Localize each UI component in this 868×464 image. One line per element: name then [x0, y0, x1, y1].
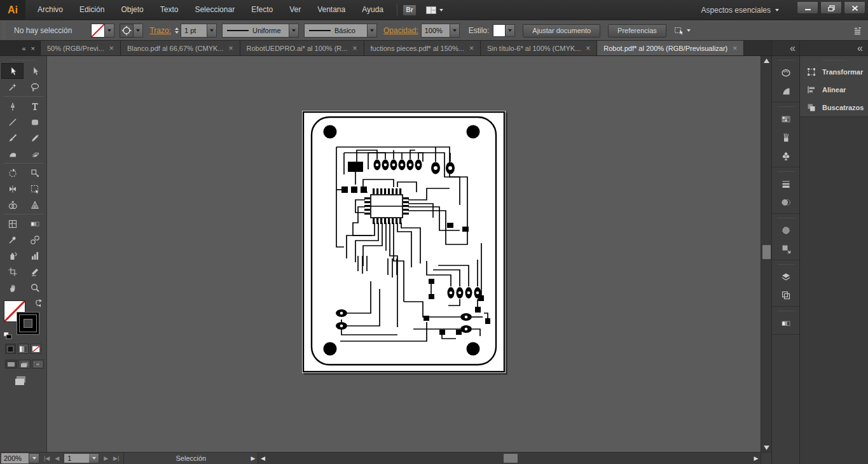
artboard-dropdown-button[interactable]: [89, 453, 99, 463]
style-dropdown[interactable]: [506, 24, 515, 37]
document-tab-1[interactable]: 50% (RGB/Previ...×: [41, 41, 121, 55]
menu-ver[interactable]: Ver: [281, 0, 309, 20]
dock-group-grip[interactable]: [778, 57, 794, 62]
symbols-panel-button[interactable]: [772, 146, 800, 165]
dock-group-grip[interactable]: [778, 308, 794, 313]
eraser-tool[interactable]: [24, 146, 46, 162]
stroke-target-swatch[interactable]: [120, 24, 134, 38]
slice-tool[interactable]: [24, 264, 46, 279]
fill-color-button[interactable]: [5, 344, 16, 354]
perspective-grid-tool[interactable]: [24, 197, 46, 213]
direct-selection-tool[interactable]: [24, 63, 46, 79]
menu-texto[interactable]: Texto: [152, 0, 187, 20]
draw-inside-button[interactable]: [32, 360, 44, 369]
close-button[interactable]: [844, 2, 865, 14]
width-tool[interactable]: [1, 181, 24, 197]
stroke-color-well[interactable]: [17, 312, 39, 335]
gradient-panel-panel-button[interactable]: [772, 314, 800, 332]
first-artboard-button[interactable]: |◀: [42, 455, 52, 461]
opacity-dropdown[interactable]: [450, 24, 460, 38]
blend-tool[interactable]: [24, 232, 46, 248]
last-artboard-button[interactable]: ▶|: [111, 455, 121, 461]
style-swatch[interactable]: [493, 24, 506, 37]
mesh-tool[interactable]: [1, 216, 24, 232]
transparency-panel-button[interactable]: [772, 193, 800, 211]
opacity-field[interactable]: 100%: [421, 24, 450, 38]
scale-tool[interactable]: [24, 165, 46, 181]
tab-close-icon[interactable]: ×: [109, 44, 114, 53]
rectangle-tool[interactable]: [24, 114, 46, 130]
dock-group-grip[interactable]: [778, 215, 794, 220]
eyedropper-tool[interactable]: [1, 232, 24, 248]
swatches-panel-button[interactable]: [772, 109, 800, 128]
color-panel-button[interactable]: [772, 63, 800, 81]
fit-document-button[interactable]: Ajustar documento: [523, 24, 600, 38]
dock-panel-header[interactable]: «: [800, 41, 868, 55]
fill-swatch[interactable]: [91, 24, 105, 38]
tab-close-icon[interactable]: ×: [229, 44, 233, 53]
horizontal-scroll-track[interactable]: [267, 453, 752, 464]
status-display[interactable]: Selección ▶: [123, 453, 258, 464]
artboard[interactable]: [302, 111, 506, 373]
menu-archivo[interactable]: Archivo: [29, 0, 71, 20]
graphic-styles-panel-button[interactable]: [772, 239, 800, 258]
panel-item-transformar[interactable]: Transformar: [800, 63, 868, 81]
zoom-tool[interactable]: [24, 279, 46, 295]
document-tab-4[interactable]: fuctions pieces.pdf* al 150%...×: [364, 41, 481, 55]
panel-item-buscatrazos[interactable]: Buscatrazos: [800, 99, 868, 116]
artboards-panel-panel-button[interactable]: [772, 286, 800, 304]
status-flyout-icon[interactable]: ▶: [251, 455, 255, 461]
hand-tool[interactable]: [1, 279, 24, 295]
brush-combo[interactable]: Básico: [304, 24, 377, 38]
stroke-width-field[interactable]: 1 pt: [181, 24, 207, 38]
stroke-width-dropdown[interactable]: [207, 24, 217, 38]
prev-artboard-button[interactable]: ◀: [53, 455, 61, 461]
tab-close-icon[interactable]: ×: [733, 44, 737, 53]
column-graph-tool[interactable]: [24, 248, 46, 264]
pen-tool[interactable]: [1, 98, 24, 114]
rotate-tool[interactable]: [1, 165, 24, 181]
next-artboard-button[interactable]: ▶: [102, 455, 110, 461]
menu-ayuda[interactable]: Ayuda: [354, 0, 392, 20]
dock-group-grip[interactable]: [778, 104, 794, 109]
menu-seleccionar[interactable]: Seleccionar: [186, 0, 243, 20]
dock-strip-header[interactable]: «: [772, 41, 800, 55]
scroll-left-button[interactable]: ◀: [258, 455, 267, 461]
width-profile-dropdown[interactable]: [289, 24, 299, 38]
control-bar-grip[interactable]: [2, 22, 6, 39]
tab-group-close-icon[interactable]: ×: [31, 45, 35, 52]
stroke-width-stepper[interactable]: [175, 27, 179, 34]
menu-edicin[interactable]: Edición: [71, 0, 113, 20]
shaper-tool[interactable]: [1, 146, 24, 162]
gradient-swatch-button[interactable]: [18, 344, 29, 354]
none-swatch-button[interactable]: [31, 344, 41, 354]
shape-builder-tool[interactable]: [1, 197, 24, 213]
pencil-tool[interactable]: [24, 130, 46, 146]
symbol-sprayer-tool[interactable]: [1, 248, 24, 264]
screen-mode-button[interactable]: [14, 375, 46, 386]
layers-panel-button[interactable]: [772, 267, 800, 286]
brushes-panel-button[interactable]: [772, 128, 800, 146]
artboard-number-field[interactable]: 1: [64, 453, 89, 463]
workspace-switcher[interactable]: Aspectos esenciales: [695, 6, 785, 15]
scroll-down-button[interactable]: [761, 443, 772, 452]
artboard-tool[interactable]: [1, 264, 24, 279]
stroke-link[interactable]: Trazo:: [149, 26, 171, 35]
document-tab-5[interactable]: Sin título-6* al 100% (CMYK...×: [481, 41, 597, 55]
scroll-right-button[interactable]: ▶: [752, 455, 761, 461]
stroke-panel-panel-button[interactable]: [772, 174, 800, 193]
dock-panel-grip[interactable]: [822, 57, 847, 62]
lasso-tool[interactable]: [24, 79, 46, 95]
control-panel-menu-icon[interactable]: [853, 26, 862, 36]
vertical-scroll-thumb[interactable]: [762, 245, 771, 259]
restore-button[interactable]: [820, 2, 842, 14]
fill-dropdown-button[interactable]: [105, 24, 114, 38]
color-guide-panel-button[interactable]: [772, 81, 800, 100]
collapse-strip-icon[interactable]: «: [790, 43, 796, 54]
default-fill-stroke-icon[interactable]: [4, 332, 11, 339]
width-profile-combo[interactable]: Uniforme: [222, 24, 299, 38]
document-tab-6[interactable]: Robot.pdf* al 200% (RGB/Previsualizar)×: [597, 41, 744, 55]
draw-behind-button[interactable]: [18, 360, 31, 369]
canvas[interactable]: [47, 56, 761, 452]
minimize-button[interactable]: [797, 2, 818, 14]
